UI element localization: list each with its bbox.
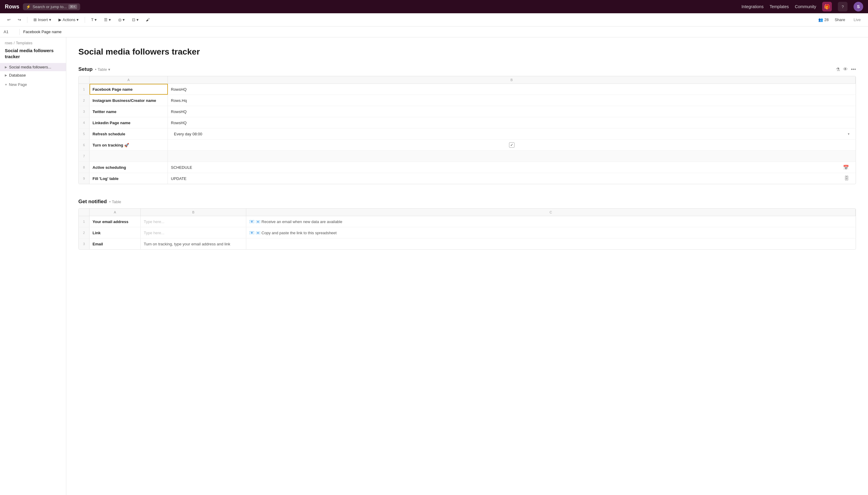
main-layout: rows / Templates Social media followers …: [0, 37, 868, 495]
format-button[interactable]: ◎ ▾: [116, 16, 127, 23]
setup-badge-label: Table: [98, 67, 107, 72]
breadcrumb-rows[interactable]: rows: [5, 41, 12, 45]
sidebar-item-social-media[interactable]: ▶ Social media followers...: [0, 63, 66, 71]
new-page-label: New Page: [9, 82, 27, 87]
app-title[interactable]: Rows: [5, 4, 19, 10]
row-number: 8: [79, 162, 89, 173]
share-button[interactable]: Share: [832, 16, 848, 23]
paint-button[interactable]: 🖌: [143, 16, 152, 23]
cell-b7[interactable]: [168, 151, 856, 161]
cell-a4[interactable]: Linkedin Page name: [89, 117, 168, 128]
paint-icon: 🖌: [146, 17, 150, 22]
table-row: 5 Refresh schedule Every day 08:00 ▾: [79, 129, 856, 140]
notify-spreadsheet: A B C 1 Your email address Type here... …: [79, 208, 856, 250]
notify-cell-b3: Turn on tracking, type your email addres…: [141, 238, 246, 249]
setup-badge[interactable]: • Table ▾: [95, 67, 110, 72]
table-row: 6 Turn on tracking 🚀 ✓: [79, 140, 856, 151]
chart-chevron: ▾: [137, 17, 139, 22]
notify-col-header-a: A: [89, 209, 141, 216]
breadcrumb-templates[interactable]: Templates: [16, 41, 33, 45]
font-button[interactable]: T ▾: [89, 16, 99, 23]
cell-a1[interactable]: Facebook Page name: [89, 84, 168, 95]
help-button[interactable]: ?: [838, 2, 848, 12]
cell-a7[interactable]: [89, 151, 168, 161]
row-number: 1: [79, 84, 89, 95]
notify-cell-a1: Your email address: [89, 216, 141, 227]
nav-right: Integrations Templates Community 🎁 ? S: [742, 2, 863, 12]
notify-cell-b1[interactable]: Type here...: [141, 216, 246, 227]
gift-button[interactable]: 🎁: [822, 2, 832, 12]
search-shortcut: ⌘K: [68, 4, 77, 9]
notify-badge-dot: •: [109, 200, 110, 204]
live-button[interactable]: Live: [851, 16, 863, 23]
toolbar-left: ↩ ↪ ⊞ Insert ▾ ▶ Actions ▾ T ▾ ☰ ▾ ◎ ▾: [5, 16, 152, 23]
row-number: 6: [79, 140, 89, 150]
notify-cell-a2: Link: [89, 227, 141, 238]
align-button[interactable]: ☰ ▾: [102, 16, 113, 23]
notify-cell-c2: 📧 📧 Copy and paste the link to this spre…: [246, 227, 856, 238]
col-header-b: B: [168, 76, 856, 84]
users-button[interactable]: 👥 28: [818, 17, 829, 22]
setup-section: Setup • Table ▾ ⚗ 👁 ••• A: [79, 66, 856, 184]
actions-chevron: ▾: [76, 17, 79, 22]
top-navigation: Rows ⚡ Search or jump to... ⌘K Integrati…: [0, 0, 868, 13]
sidebar-item-label: Social media followers...: [9, 65, 51, 69]
badge-chevron-icon: ▾: [108, 67, 110, 72]
chart-button[interactable]: ⊡ ▾: [129, 16, 141, 23]
actions-label: Actions: [63, 17, 76, 22]
cell-b5-dropdown[interactable]: Every day 08:00 ▾: [168, 129, 856, 139]
avatar[interactable]: S: [853, 2, 863, 12]
cell-b2[interactable]: Rows.Hq: [168, 95, 856, 106]
eye-icon[interactable]: 👁: [843, 67, 848, 72]
cell-b3[interactable]: RowsHQ: [168, 106, 856, 117]
cell-a2[interactable]: Instagram Business/Creator name: [89, 95, 168, 106]
checkbox-icon[interactable]: ✓: [509, 142, 515, 148]
community-link[interactable]: Community: [795, 4, 816, 9]
cell-b1[interactable]: RowsHQ: [168, 84, 856, 95]
notify-cell-b2[interactable]: Type here...: [141, 227, 246, 238]
insert-button[interactable]: ⊞ Insert ▾: [31, 16, 54, 23]
redo-button[interactable]: ↪: [15, 16, 23, 23]
cell-a3[interactable]: Twitter name: [89, 106, 168, 117]
row-number: 1: [79, 216, 89, 227]
filter-icon[interactable]: ⚗: [836, 67, 840, 72]
cell-a6[interactable]: Turn on tracking 🚀: [89, 140, 168, 150]
integrations-link[interactable]: Integrations: [742, 4, 763, 9]
table-row: 2 Link Type here... 📧 📧 Copy and paste t…: [79, 227, 856, 238]
table-row: 1 Facebook Page name RowsHQ: [79, 84, 856, 95]
undo-icon: ↩: [7, 17, 11, 22]
actions-play-icon: ▶: [58, 17, 62, 22]
cell-a8[interactable]: Active scheduling: [89, 162, 168, 173]
templates-link[interactable]: Templates: [769, 4, 789, 9]
notify-spreadsheet-header: A B C: [79, 209, 856, 216]
cell-b8[interactable]: SCHEDULE 📅: [168, 162, 856, 173]
search-bar[interactable]: ⚡ Search or jump to... ⌘K: [23, 3, 80, 10]
sidebar-item-database[interactable]: ▶ Database: [0, 71, 66, 79]
new-page-button[interactable]: + New Page: [0, 81, 66, 89]
main-content: Social media followers tracker Setup • T…: [66, 37, 868, 495]
sidebar: rows / Templates Social media followers …: [0, 37, 66, 495]
cell-b9[interactable]: UPDATE 🗄: [168, 173, 856, 184]
table-row: 3 Twitter name RowsHQ: [79, 106, 856, 117]
actions-button[interactable]: ▶ Actions ▾: [56, 16, 81, 23]
table-row: 7: [79, 151, 856, 162]
undo-button[interactable]: ↩: [5, 16, 13, 23]
setup-section-header: Setup • Table ▾ ⚗ 👁 •••: [79, 66, 856, 72]
insert-label: Insert: [38, 17, 48, 22]
row-number: 9: [79, 173, 89, 184]
setup-title: Setup: [79, 66, 92, 72]
chart-icon: ⊡: [132, 17, 135, 22]
database-icon[interactable]: 🗄: [840, 176, 853, 181]
notify-badge[interactable]: • Table: [109, 200, 121, 204]
cell-a5[interactable]: Refresh schedule: [89, 129, 168, 139]
notify-col-header-b: B: [141, 209, 246, 216]
spreadsheet-header: A B: [79, 76, 856, 84]
calendar-icon[interactable]: 📅: [839, 165, 853, 170]
cell-b4[interactable]: RowsHQ: [168, 117, 856, 128]
more-icon[interactable]: •••: [851, 67, 856, 72]
cell-a9[interactable]: Fill 'Log' table: [89, 173, 168, 184]
document-title: Social media followers tracker: [79, 47, 856, 57]
insert-icon: ⊞: [33, 17, 37, 22]
toolbar-separator-1: [27, 17, 28, 23]
cell-b6-checkbox[interactable]: ✓: [168, 140, 856, 150]
